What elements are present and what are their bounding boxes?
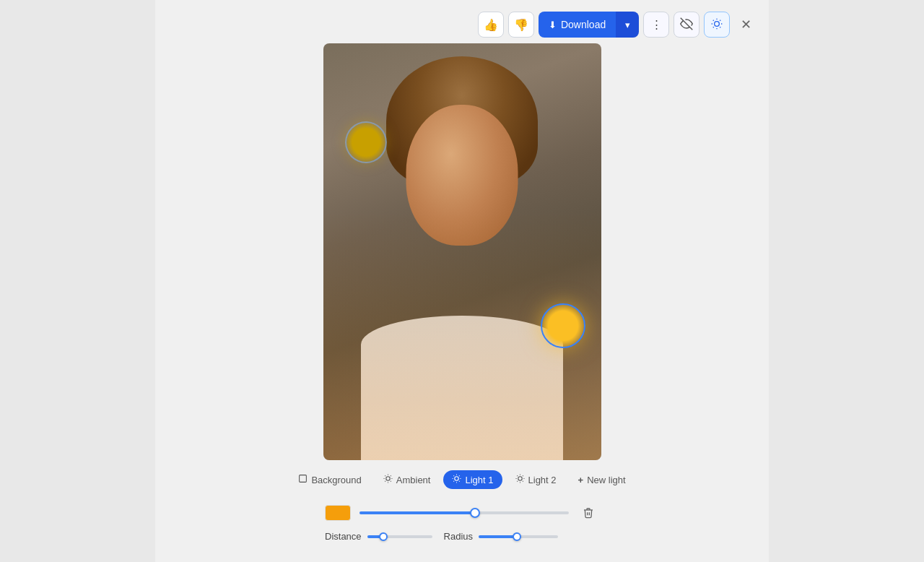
tab-background[interactable]: Background: [289, 470, 370, 489]
distance-label: Distance: [325, 531, 362, 542]
hide-overlay-button[interactable]: [674, 12, 699, 38]
distance-thumb: [379, 532, 388, 541]
new-light-icon: +: [578, 475, 584, 485]
light1-tab-label: Light 1: [465, 475, 493, 485]
distance-slider[interactable]: [367, 535, 432, 538]
svg-point-11: [386, 477, 390, 480]
thumbsup-icon: 👍: [484, 18, 498, 32]
close-button[interactable]: ✕: [734, 13, 757, 36]
radius-label: Radius: [444, 531, 473, 542]
svg-point-1: [715, 21, 720, 26]
light-icon: [711, 18, 723, 32]
close-icon: ✕: [741, 17, 751, 33]
ambient-tab-label: Ambient: [396, 475, 431, 485]
svg-line-14: [385, 475, 385, 476]
toolbar: 👍 👎 ⬇ Download ▾ ⋮: [478, 12, 757, 38]
radius-slider[interactable]: [479, 535, 558, 538]
main-slider-track[interactable]: [359, 511, 569, 514]
svg-line-5: [720, 27, 720, 27]
svg-line-18: [385, 481, 385, 482]
hide-icon: [680, 17, 693, 33]
thumbsup-button[interactable]: 👍: [478, 12, 504, 38]
tab-light1[interactable]: Light 1: [443, 470, 502, 489]
download-button[interactable]: ⬇ Download: [539, 12, 616, 38]
background-tab-label: Background: [311, 475, 361, 485]
svg-line-4: [713, 20, 714, 20]
thumbsdown-button[interactable]: 👎: [508, 12, 534, 38]
light1-tab-icon: [452, 474, 461, 485]
distance-group: Distance: [325, 531, 432, 542]
light-orb-1[interactable]: [345, 121, 387, 163]
svg-line-37: [522, 475, 523, 476]
svg-point-20: [455, 477, 458, 480]
svg-line-27: [454, 481, 455, 482]
tab-ambient[interactable]: Ambient: [375, 470, 440, 489]
new-light-label: New light: [587, 475, 625, 485]
thumbsdown-icon: 👎: [514, 18, 528, 32]
tab-new-light[interactable]: + New light: [570, 471, 635, 489]
download-chevron-button[interactable]: ▾: [616, 12, 639, 38]
color-swatch[interactable]: [325, 505, 351, 521]
svg-line-19: [391, 475, 391, 476]
download-icon: ⬇: [549, 20, 557, 30]
distance-radius-row: Distance Radius: [325, 531, 599, 542]
tab-light2[interactable]: Light 2: [507, 470, 565, 489]
radius-fill: [479, 535, 517, 538]
svg-point-29: [518, 477, 521, 480]
svg-line-36: [517, 481, 518, 482]
main-panel: 👍 👎 ⬇ Download ▾ ⋮: [155, 0, 769, 562]
light2-tab-icon: [515, 474, 525, 485]
svg-line-24: [459, 481, 460, 482]
portrait-background: [323, 43, 601, 460]
main-slider-fill: [359, 511, 475, 514]
more-icon: ⋮: [651, 18, 662, 31]
svg-line-9: [720, 20, 720, 20]
svg-line-33: [522, 481, 523, 482]
light-controls: Distance Radius: [325, 502, 599, 542]
radius-thumb: [513, 532, 521, 541]
person-face: [406, 105, 518, 246]
svg-line-15: [391, 481, 391, 482]
more-options-button[interactable]: ⋮: [643, 12, 669, 38]
svg-line-23: [454, 475, 455, 476]
main-slider-thumb: [470, 508, 480, 518]
svg-line-8: [713, 27, 714, 27]
svg-rect-10: [300, 475, 307, 483]
radius-group: Radius: [444, 531, 558, 542]
light-mode-button[interactable]: [704, 12, 730, 38]
download-label: Download: [561, 19, 606, 30]
ambient-tab-icon: [383, 474, 393, 485]
svg-line-28: [459, 475, 460, 476]
light-orb-2[interactable]: [541, 303, 585, 348]
person-body: [361, 316, 563, 460]
light2-tab-label: Light 2: [528, 475, 557, 485]
lighting-tabs: Background Ambient: [289, 470, 634, 489]
download-group: ⬇ Download ▾: [539, 12, 639, 38]
image-canvas: [323, 43, 601, 460]
chevron-down-icon: ▾: [625, 20, 630, 30]
delete-light-button[interactable]: [578, 502, 599, 524]
svg-line-32: [517, 475, 518, 476]
color-slider-row: [325, 502, 599, 524]
background-tab-icon: [298, 474, 308, 485]
